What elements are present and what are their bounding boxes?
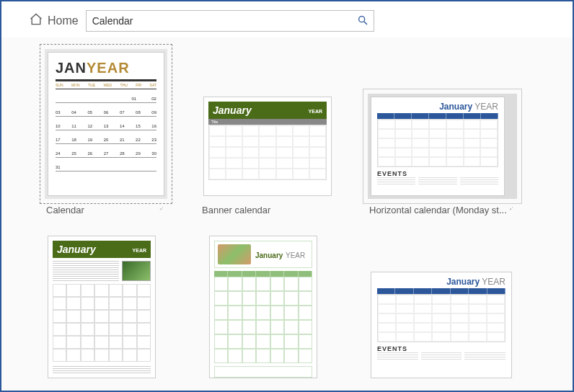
thumb-month: January xyxy=(255,251,283,259)
template-thumbnail: January YEAR xyxy=(209,236,317,378)
svg-line-1 xyxy=(364,22,367,24)
thumb-year: YEAR xyxy=(133,248,146,253)
thumb-month: January xyxy=(439,102,472,112)
template-label: Calendar xyxy=(46,205,84,215)
thumb-year: YEAR xyxy=(309,109,322,114)
template-gallery: JANYEAR SUNMONTUEWEDTHUFRISAT 0102 03040… xyxy=(1,37,573,391)
template-tile-calendar[interactable]: JANYEAR SUNMONTUEWEDTHUFRISAT 0102 03040… xyxy=(45,49,167,215)
search-button[interactable] xyxy=(352,11,374,31)
search-input[interactable] xyxy=(87,11,352,31)
template-thumbnail: January YEAR EVENTS xyxy=(371,272,512,378)
thumb-title-word: Title xyxy=(208,119,268,125)
thumb-events-label: EVENTS xyxy=(377,170,498,177)
thumb-month: January xyxy=(446,277,480,287)
search-icon xyxy=(357,14,368,28)
thumb-dow: SUNMONTUEWEDTHUFRISAT xyxy=(56,79,156,89)
thumb-year: YEAR xyxy=(474,102,498,112)
pin-icon[interactable] xyxy=(507,205,516,215)
gallery-row: JANYEAR SUNMONTUEWEDTHUFRISAT 0102 03040… xyxy=(45,49,545,215)
template-tile-horizontal-calendar[interactable]: January YEAR EVENTS Ho xyxy=(368,94,517,215)
template-thumbnail: January YEAR EVENTS xyxy=(371,97,505,196)
thumb-month: JAN xyxy=(56,60,87,76)
template-thumbnail: JanuaryYEAR Title xyxy=(203,97,332,196)
template-tile-banner-calendar[interactable]: JanuaryYEAR Title Banner calendar xyxy=(200,94,335,215)
thumb-month: January xyxy=(57,244,96,255)
gallery-row: JanuaryYEAR xyxy=(45,233,545,381)
search-box xyxy=(86,10,374,32)
thumb-month: January xyxy=(213,104,252,116)
template-thumbnail: JanuaryYEAR xyxy=(48,236,156,378)
thumb-events-label: EVENTS xyxy=(377,345,505,352)
home-label: Home xyxy=(48,14,79,27)
template-label: Horizontal calendar (Monday st... xyxy=(369,205,507,215)
pin-icon[interactable] xyxy=(157,205,166,215)
thumb-photo-placeholder xyxy=(218,244,251,264)
thumb-year: YEAR xyxy=(286,251,305,259)
thumb-year: YEAR xyxy=(87,60,130,76)
home-icon xyxy=(29,12,43,30)
template-label: Banner calendar xyxy=(202,205,270,215)
template-tile[interactable]: January YEAR xyxy=(206,233,320,381)
thumb-year: YEAR xyxy=(482,277,505,287)
template-picker-window: Home JANYEAR xyxy=(0,0,574,392)
svg-point-0 xyxy=(358,16,364,22)
header-bar: Home xyxy=(1,1,573,37)
template-thumbnail: JANYEAR SUNMONTUEWEDTHUFRISAT 0102 03040… xyxy=(48,52,164,196)
template-tile[interactable]: JanuaryYEAR xyxy=(45,233,159,381)
home-button[interactable]: Home xyxy=(29,12,79,30)
template-tile[interactable]: January YEAR EVENTS xyxy=(368,269,515,381)
